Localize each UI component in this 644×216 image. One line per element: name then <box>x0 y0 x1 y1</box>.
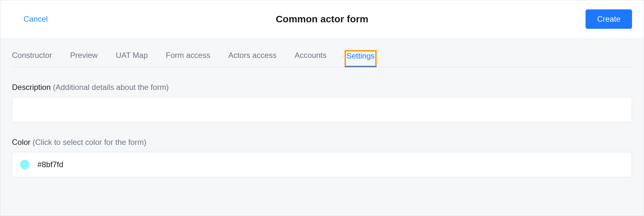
color-label-text: Color <box>12 138 30 146</box>
tabs-bar: Constructor Preview UAT Map Form access … <box>12 38 632 67</box>
description-label-text: Description <box>12 83 51 92</box>
color-picker-field[interactable]: #8bf7fd <box>12 152 632 177</box>
create-button[interactable]: Create <box>586 9 632 29</box>
page-title: Common actor form <box>276 14 369 25</box>
color-hint: (Click to select color for the form) <box>33 138 146 146</box>
dialog-header: Cancel Common actor form Create <box>0 0 644 38</box>
color-section: Color (Click to select color for the for… <box>12 138 632 177</box>
tab-preview[interactable]: Preview <box>70 50 98 67</box>
color-swatch-icon <box>20 160 30 169</box>
color-value-text: #8bf7fd <box>37 160 63 169</box>
description-section: Description (Additional details about th… <box>12 83 632 122</box>
tab-actors-access[interactable]: Actors access <box>228 50 276 67</box>
tab-accounts[interactable]: Accounts <box>295 50 327 67</box>
content-area: Constructor Preview UAT Map Form access … <box>0 38 644 216</box>
cancel-button[interactable]: Cancel <box>12 15 59 24</box>
color-label: Color (Click to select color for the for… <box>12 138 632 147</box>
description-label: Description (Additional details about th… <box>12 83 632 92</box>
tab-constructor[interactable]: Constructor <box>12 50 52 67</box>
description-input[interactable] <box>12 97 632 122</box>
form-dialog: Cancel Common actor form Create Construc… <box>0 0 644 216</box>
tab-form-access[interactable]: Form access <box>166 50 210 67</box>
tab-uat-map[interactable]: UAT Map <box>116 50 148 67</box>
description-hint: (Additional details about the form) <box>53 83 169 92</box>
tab-settings[interactable]: Settings <box>345 50 377 67</box>
